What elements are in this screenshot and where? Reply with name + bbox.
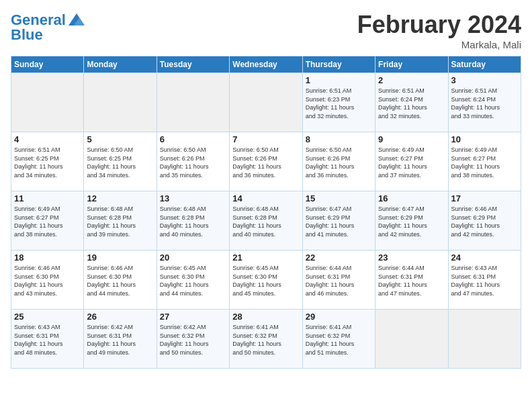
day-info: Sunrise: 6:42 AM Sunset: 6:31 PM Dayligh…	[87, 323, 153, 357]
day-cell: 23Sunrise: 6:44 AM Sunset: 6:31 PM Dayli…	[375, 250, 448, 310]
day-header-wednesday: Wednesday	[230, 56, 302, 73]
day-cell: 6Sunrise: 6:50 AM Sunset: 6:26 PM Daylig…	[157, 132, 229, 191]
day-cell	[11, 73, 84, 132]
day-number: 10	[451, 134, 518, 144]
day-info: Sunrise: 6:51 AM Sunset: 6:24 PM Dayligh…	[378, 87, 445, 120]
day-number: 16	[378, 193, 445, 203]
logo: General Blue	[11, 11, 86, 43]
day-number: 6	[160, 134, 226, 144]
day-info: Sunrise: 6:43 AM Sunset: 6:31 PM Dayligh…	[14, 323, 81, 357]
day-info: Sunrise: 6:46 AM Sunset: 6:29 PM Dayligh…	[451, 205, 518, 238]
day-info: Sunrise: 6:50 AM Sunset: 6:26 PM Dayligh…	[232, 146, 299, 179]
day-number: 20	[160, 253, 226, 263]
day-cell: 2Sunrise: 6:51 AM Sunset: 6:24 PM Daylig…	[375, 73, 448, 132]
day-cell: 8Sunrise: 6:50 AM Sunset: 6:26 PM Daylig…	[302, 132, 375, 191]
day-number: 3	[451, 75, 518, 85]
day-info: Sunrise: 6:51 AM Sunset: 6:25 PM Dayligh…	[14, 146, 81, 179]
day-cell: 4Sunrise: 6:51 AM Sunset: 6:25 PM Daylig…	[11, 132, 84, 191]
day-number: 5	[87, 134, 153, 144]
day-number: 15	[306, 193, 372, 203]
day-cell: 19Sunrise: 6:46 AM Sunset: 6:30 PM Dayli…	[84, 250, 157, 310]
week-row: 25Sunrise: 6:43 AM Sunset: 6:31 PM Dayli…	[11, 310, 521, 369]
day-cell: 25Sunrise: 6:43 AM Sunset: 6:31 PM Dayli…	[11, 310, 84, 369]
day-header-friday: Friday	[375, 56, 448, 73]
day-number: 27	[160, 312, 226, 322]
week-row: 11Sunrise: 6:49 AM Sunset: 6:27 PM Dayli…	[11, 191, 521, 250]
day-cell: 29Sunrise: 6:41 AM Sunset: 6:32 PM Dayli…	[302, 310, 375, 369]
day-info: Sunrise: 6:47 AM Sunset: 6:29 PM Dayligh…	[306, 205, 372, 238]
day-number: 25	[14, 312, 81, 322]
day-info: Sunrise: 6:51 AM Sunset: 6:23 PM Dayligh…	[306, 87, 372, 120]
title-block: February 2024 Markala, Mali	[357, 11, 521, 50]
day-header-sunday: Sunday	[11, 56, 84, 73]
day-cell: 17Sunrise: 6:46 AM Sunset: 6:29 PM Dayli…	[448, 191, 521, 250]
day-info: Sunrise: 6:44 AM Sunset: 6:31 PM Dayligh…	[378, 264, 445, 298]
day-number: 24	[451, 253, 518, 263]
calendar-header: SundayMondayTuesdayWednesdayThursdayFrid…	[11, 56, 521, 73]
day-info: Sunrise: 6:50 AM Sunset: 6:26 PM Dayligh…	[306, 146, 372, 179]
day-info: Sunrise: 6:51 AM Sunset: 6:24 PM Dayligh…	[451, 87, 518, 120]
day-number: 18	[14, 253, 81, 263]
day-cell: 9Sunrise: 6:49 AM Sunset: 6:27 PM Daylig…	[375, 132, 448, 191]
day-cell: 26Sunrise: 6:42 AM Sunset: 6:31 PM Dayli…	[84, 310, 157, 369]
calendar-body: 1Sunrise: 6:51 AM Sunset: 6:23 PM Daylig…	[11, 73, 521, 369]
week-row: 18Sunrise: 6:46 AM Sunset: 6:30 PM Dayli…	[11, 250, 521, 310]
day-cell: 15Sunrise: 6:47 AM Sunset: 6:29 PM Dayli…	[302, 191, 375, 250]
week-row: 1Sunrise: 6:51 AM Sunset: 6:23 PM Daylig…	[11, 73, 521, 132]
day-cell: 12Sunrise: 6:48 AM Sunset: 6:28 PM Dayli…	[84, 191, 157, 250]
day-info: Sunrise: 6:49 AM Sunset: 6:27 PM Dayligh…	[14, 205, 81, 238]
day-info: Sunrise: 6:48 AM Sunset: 6:28 PM Dayligh…	[160, 205, 226, 238]
day-info: Sunrise: 6:48 AM Sunset: 6:28 PM Dayligh…	[232, 205, 299, 238]
day-cell	[84, 73, 157, 132]
day-cell: 1Sunrise: 6:51 AM Sunset: 6:23 PM Daylig…	[302, 73, 375, 132]
day-cell: 24Sunrise: 6:43 AM Sunset: 6:31 PM Dayli…	[448, 250, 521, 310]
day-number: 22	[306, 253, 372, 263]
day-number: 19	[87, 253, 153, 263]
week-row: 4Sunrise: 6:51 AM Sunset: 6:25 PM Daylig…	[11, 132, 521, 191]
day-info: Sunrise: 6:50 AM Sunset: 6:26 PM Dayligh…	[160, 146, 226, 179]
day-info: Sunrise: 6:46 AM Sunset: 6:30 PM Dayligh…	[87, 264, 153, 298]
day-info: Sunrise: 6:50 AM Sunset: 6:25 PM Dayligh…	[87, 146, 153, 179]
day-cell	[448, 310, 521, 369]
calendar-table: SundayMondayTuesdayWednesdayThursdayFrid…	[11, 56, 521, 369]
day-cell: 28Sunrise: 6:41 AM Sunset: 6:32 PM Dayli…	[230, 310, 302, 369]
day-cell	[230, 73, 302, 132]
day-info: Sunrise: 6:46 AM Sunset: 6:30 PM Dayligh…	[14, 264, 81, 298]
day-number: 11	[14, 193, 81, 203]
day-number: 13	[160, 193, 226, 203]
logo-icon	[67, 11, 86, 30]
day-header-thursday: Thursday	[302, 56, 375, 73]
month-title: February 2024	[357, 11, 521, 39]
day-cell: 11Sunrise: 6:49 AM Sunset: 6:27 PM Dayli…	[11, 191, 84, 250]
day-cell: 16Sunrise: 6:47 AM Sunset: 6:29 PM Dayli…	[375, 191, 448, 250]
day-info: Sunrise: 6:49 AM Sunset: 6:27 PM Dayligh…	[451, 146, 518, 179]
day-number: 4	[14, 134, 81, 144]
day-info: Sunrise: 6:41 AM Sunset: 6:32 PM Dayligh…	[232, 323, 299, 357]
day-cell: 3Sunrise: 6:51 AM Sunset: 6:24 PM Daylig…	[448, 73, 521, 132]
day-cell: 13Sunrise: 6:48 AM Sunset: 6:28 PM Dayli…	[157, 191, 229, 250]
day-number: 14	[232, 193, 299, 203]
day-info: Sunrise: 6:45 AM Sunset: 6:30 PM Dayligh…	[232, 264, 299, 298]
day-cell: 10Sunrise: 6:49 AM Sunset: 6:27 PM Dayli…	[448, 132, 521, 191]
day-number: 9	[378, 134, 445, 144]
day-number: 23	[378, 253, 445, 263]
day-number: 17	[451, 193, 518, 203]
day-info: Sunrise: 6:48 AM Sunset: 6:28 PM Dayligh…	[87, 205, 153, 238]
day-header-tuesday: Tuesday	[157, 56, 229, 73]
day-number: 12	[87, 193, 153, 203]
day-number: 8	[306, 134, 372, 144]
day-cell: 5Sunrise: 6:50 AM Sunset: 6:25 PM Daylig…	[84, 132, 157, 191]
day-number: 29	[306, 312, 372, 322]
day-header-monday: Monday	[84, 56, 157, 73]
day-info: Sunrise: 6:42 AM Sunset: 6:32 PM Dayligh…	[160, 323, 226, 357]
day-number: 1	[306, 75, 372, 85]
day-cell: 27Sunrise: 6:42 AM Sunset: 6:32 PM Dayli…	[157, 310, 229, 369]
day-cell	[375, 310, 448, 369]
day-number: 2	[378, 75, 445, 85]
day-number: 28	[232, 312, 299, 322]
day-cell	[157, 73, 229, 132]
day-info: Sunrise: 6:43 AM Sunset: 6:31 PM Dayligh…	[451, 264, 518, 298]
day-cell: 18Sunrise: 6:46 AM Sunset: 6:30 PM Dayli…	[11, 250, 84, 310]
day-number: 21	[232, 253, 299, 263]
day-info: Sunrise: 6:41 AM Sunset: 6:32 PM Dayligh…	[306, 323, 372, 357]
